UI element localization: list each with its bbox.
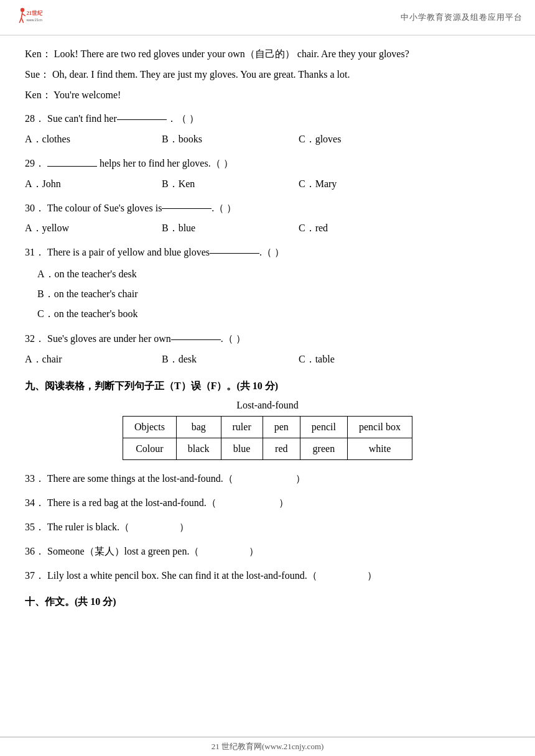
logo-icon: 21世纪教育 www.21cnjy.com xyxy=(12,5,42,30)
question-32-text: 32． Sue's gloves are under her own.（ ） xyxy=(25,330,510,348)
question-28: 28． Sue can't find her．（ ） A．clothes B．b… xyxy=(25,110,510,149)
table-data-row: Colour black blue red green white xyxy=(123,438,412,460)
table-title: Lost-and-found xyxy=(25,400,510,411)
option-31-b: B．on the teacher's chair xyxy=(37,284,510,304)
option-32-b: B．desk xyxy=(162,351,299,369)
option-29-a: A．John xyxy=(25,175,162,193)
row-colour-pencil: green xyxy=(300,438,347,460)
option-31-a: A．on the teacher's desk xyxy=(37,264,510,284)
option-32-c: C．table xyxy=(299,351,435,369)
option-29-b: B．Ken xyxy=(162,175,299,193)
option-30-a: A．yellow xyxy=(25,219,162,237)
dialogue-line-1: Ken： Look! There are two red gloves unde… xyxy=(25,45,510,63)
dialogue-section: Ken： Look! There are two red gloves unde… xyxy=(25,45,510,104)
col-pen: pen xyxy=(263,417,300,438)
lost-and-found-table: Objects bag ruler pen pencil pencil box … xyxy=(123,416,412,460)
row-colour-label: Colour xyxy=(123,438,176,460)
page-header: 21世纪教育 www.21cnjy.com 中小学教育资源及组卷应用平台 xyxy=(0,0,535,35)
dialogue-line-3: Ken： You're welcome! xyxy=(25,86,510,104)
option-30-c: C．red xyxy=(299,219,435,237)
option-28-a: A．clothes xyxy=(25,131,162,149)
svg-point-0 xyxy=(21,8,24,12)
col-pencil-box: pencil box xyxy=(347,417,412,438)
statement-36: 36． Someone（某人）lost a green pen.（） xyxy=(25,543,510,561)
option-32-a: A．chair xyxy=(25,351,162,369)
section9-header: 九、阅读表格，判断下列句子正（T）误（F）。(共 10 分) xyxy=(25,377,510,395)
row-colour-pencil-box: white xyxy=(347,438,412,460)
row-colour-bag: black xyxy=(176,438,221,460)
option-31-c: C．on the teacher's book xyxy=(37,304,510,324)
option-29-c: C．Mary xyxy=(299,175,435,193)
col-pencil: pencil xyxy=(300,417,347,438)
question-30: 30． The colour of Sue's gloves is.（ ） A．… xyxy=(25,200,510,238)
svg-text:www.21cnjy.com: www.21cnjy.com xyxy=(26,18,42,22)
svg-line-4 xyxy=(22,14,26,16)
dialogue-line-2: Sue： Oh, dear. I find them. They are jus… xyxy=(25,66,510,84)
option-28-c: C．gloves xyxy=(299,131,435,149)
question-31-text: 31． There is a pair of yellow and blue g… xyxy=(25,244,510,262)
logo-area: 21世纪教育 www.21cnjy.com xyxy=(12,5,42,30)
statement-33: 33． There are some things at the lost-an… xyxy=(25,470,510,488)
table-header-row: Objects bag ruler pen pencil pencil box xyxy=(123,417,412,438)
question-32-options: A．chair B．desk C．table xyxy=(25,351,510,369)
statement-34: 34． There is a red bag at the lost-and-f… xyxy=(25,494,510,512)
col-bag: bag xyxy=(176,417,221,438)
svg-text:21世纪教育: 21世纪教育 xyxy=(26,9,42,16)
question-31: 31． There is a pair of yellow and blue g… xyxy=(25,244,510,324)
question-28-text: 28． Sue can't find her．（ ） xyxy=(25,110,510,128)
col-ruler: ruler xyxy=(221,417,263,438)
footer-text: 21 世纪教育网(www.21cnjy.com) xyxy=(212,742,324,751)
header-right-text: 中小学教育资源及组卷应用平台 xyxy=(401,12,523,23)
question-29: 29． helps her to find her gloves.（ ） A．J… xyxy=(25,155,510,193)
option-30-b: B．blue xyxy=(162,219,299,237)
svg-line-1 xyxy=(21,12,22,18)
svg-line-3 xyxy=(21,18,23,23)
question-30-text: 30． The colour of Sue's gloves is.（ ） xyxy=(25,200,510,218)
statement-35: 35． The ruler is black.（） xyxy=(25,519,510,537)
col-objects: Objects xyxy=(123,417,176,438)
question-32: 32． Sue's gloves are under her own.（ ） A… xyxy=(25,330,510,369)
row-colour-ruler: blue xyxy=(221,438,263,460)
question-28-options: A．clothes B．books C．gloves xyxy=(25,131,510,149)
main-content: Ken： Look! There are two red gloves unde… xyxy=(0,35,535,629)
section10-header: 十、作文。(共 10 分) xyxy=(25,593,510,611)
question-30-options: A．yellow B．blue C．red xyxy=(25,219,510,237)
question-29-options: A．John B．Ken C．Mary xyxy=(25,175,510,193)
svg-line-2 xyxy=(19,18,21,23)
row-colour-pen: red xyxy=(263,438,300,460)
page-footer: 21 世纪教育网(www.21cnjy.com) xyxy=(0,737,535,756)
option-28-b: B．books xyxy=(162,131,299,149)
statement-37: 37． Lily lost a white pencil box. She ca… xyxy=(25,567,510,585)
question-29-text: 29． helps her to find her gloves.（ ） xyxy=(25,155,510,173)
